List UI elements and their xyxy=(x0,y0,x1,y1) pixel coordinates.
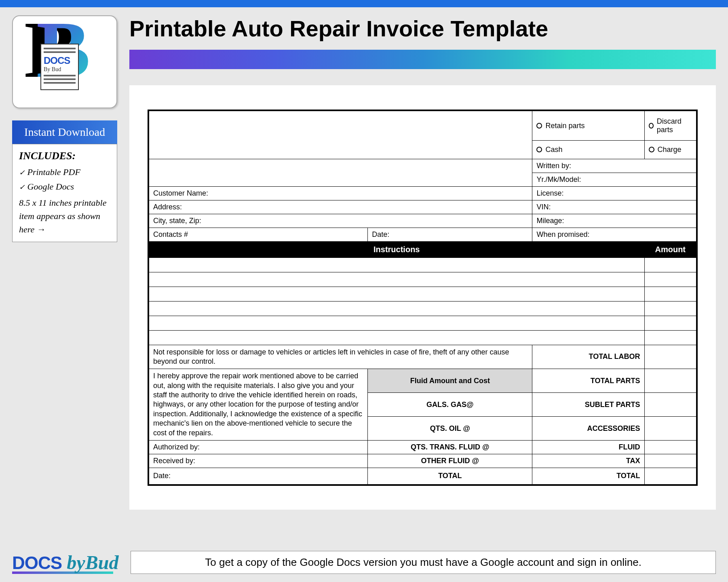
vin-cell: VIN: xyxy=(532,200,697,214)
instruction-row xyxy=(148,272,644,287)
instruction-row xyxy=(148,287,644,301)
cash-cell: Cash xyxy=(532,141,644,159)
invoice-table: Retain parts Discard parts Cash Charge W… xyxy=(148,110,698,486)
check-icon: ✓ xyxy=(19,169,25,177)
amount-cell xyxy=(644,301,697,316)
includes-title: INCLUDES: xyxy=(19,150,110,162)
charge-cell: Charge xyxy=(644,141,697,159)
fluid-total-cell: TOTAL xyxy=(368,468,532,485)
logo-bybud-text: By Bud xyxy=(44,66,76,73)
page-title: Printable Auto Repair Invoice Template xyxy=(129,15,716,42)
amount-cell xyxy=(644,257,697,272)
fluid-label: FLUID xyxy=(532,441,644,454)
total-parts-label: TOTAL PARTS xyxy=(532,369,644,393)
written-by-cell: Written by: xyxy=(532,159,697,173)
document-preview: Retain parts Discard parts Cash Charge W… xyxy=(129,85,716,510)
total-labor-amount xyxy=(644,345,697,369)
discard-parts-cell: Discard parts xyxy=(644,110,697,141)
footer-logo: DOCS byBud xyxy=(12,551,118,574)
customer-name-cell: Customer Name: xyxy=(148,186,532,200)
radio-icon xyxy=(649,147,654,152)
total-parts-amount xyxy=(644,369,697,393)
sublet-parts-label: SUBLET PARTS xyxy=(532,393,644,417)
total-labor-label: TOTAL LABOR xyxy=(532,345,644,369)
sublet-parts-amount xyxy=(644,393,697,417)
check-icon: ✓ xyxy=(19,183,25,191)
footer-note: To get a copy of the Google Docs version… xyxy=(131,551,716,574)
other-fluid-cell: OTHER FLUID @ xyxy=(368,454,532,468)
main-container: B B DOCS By Bud Instant Download INCLUDE… xyxy=(0,7,728,510)
footer-bybud-text: byBud xyxy=(67,552,118,573)
address-cell: Address: xyxy=(148,200,532,214)
amount-cell xyxy=(644,272,697,287)
radio-icon xyxy=(649,123,654,129)
mileage-cell: Mileage: xyxy=(532,214,697,228)
include-item-gdocs: ✓ Google Docs xyxy=(19,181,110,192)
blank-header-cell xyxy=(148,110,532,159)
footer: DOCS byBud To get a copy of the Google D… xyxy=(12,551,716,574)
approval-text-cell: I hereby approve the repair work mention… xyxy=(148,369,368,441)
includes-box: INCLUDES: ✓ Printable PDF ✓ Google Docs … xyxy=(12,144,117,242)
blank-cell xyxy=(148,159,532,186)
retain-parts-cell: Retain parts xyxy=(532,110,644,141)
logo-document-icon: DOCS By Bud xyxy=(40,44,79,90)
authorized-by-cell: Authorized by: xyxy=(148,441,368,454)
instruction-row xyxy=(148,316,644,330)
content-area: Printable Auto Repair Invoice Template R… xyxy=(129,15,716,510)
yr-mk-model-cell: Yr./Mk/Model: xyxy=(532,173,697,186)
license-cell: License: xyxy=(532,186,697,200)
amount-cell xyxy=(644,330,697,345)
grand-total-amount xyxy=(644,468,697,485)
top-accent-bar xyxy=(0,0,728,7)
sidebar: B B DOCS By Bud Instant Download INCLUDE… xyxy=(12,15,117,510)
instruction-row xyxy=(148,330,644,345)
qts-trans-cell: QTS. TRANS. FLUID @ xyxy=(368,441,532,454)
contacts-cell: Contacts # xyxy=(148,228,368,241)
amount-header: Amount xyxy=(644,241,697,257)
amount-cell xyxy=(644,287,697,301)
qts-oil-cell: QTS. OIL @ xyxy=(368,417,532,441)
fluid-header-cell: Fluid Amount and Cost xyxy=(368,369,532,393)
gradient-divider xyxy=(129,50,716,69)
fluid-amount xyxy=(644,441,697,454)
logo-docs-text: DOCS xyxy=(44,55,76,66)
instant-download-badge: Instant Download xyxy=(12,120,117,144)
date2-cell: Date: xyxy=(148,468,368,485)
received-by-cell: Received by: xyxy=(148,454,368,468)
when-promised-cell: When promised: xyxy=(532,228,697,241)
instructions-header: Instructions xyxy=(148,241,644,257)
tax-amount xyxy=(644,454,697,468)
logo-box: B B DOCS By Bud xyxy=(12,15,117,108)
radio-icon xyxy=(536,147,542,152)
amount-cell xyxy=(644,316,697,330)
instruction-row xyxy=(148,301,644,316)
date-cell: Date: xyxy=(368,228,532,241)
include-item-pdf: ✓ Printable PDF xyxy=(19,167,110,177)
includes-description: 8.5 x 11 inches printable item appears a… xyxy=(19,196,110,236)
footer-docs-text: DOCS xyxy=(12,553,62,573)
instruction-row xyxy=(148,257,644,272)
disclaimer-cell: Not responsible for loss or damage to ve… xyxy=(148,345,532,369)
city-state-zip-cell: City, state, Zip: xyxy=(148,214,532,228)
grand-total-label: TOTAL xyxy=(532,468,644,485)
accessories-label: ACCESSORIES xyxy=(532,417,644,441)
accessories-amount xyxy=(644,417,697,441)
radio-icon xyxy=(536,123,542,129)
tax-label: TAX xyxy=(532,454,644,468)
gals-gas-cell: GALS. GAS@ xyxy=(368,393,532,417)
